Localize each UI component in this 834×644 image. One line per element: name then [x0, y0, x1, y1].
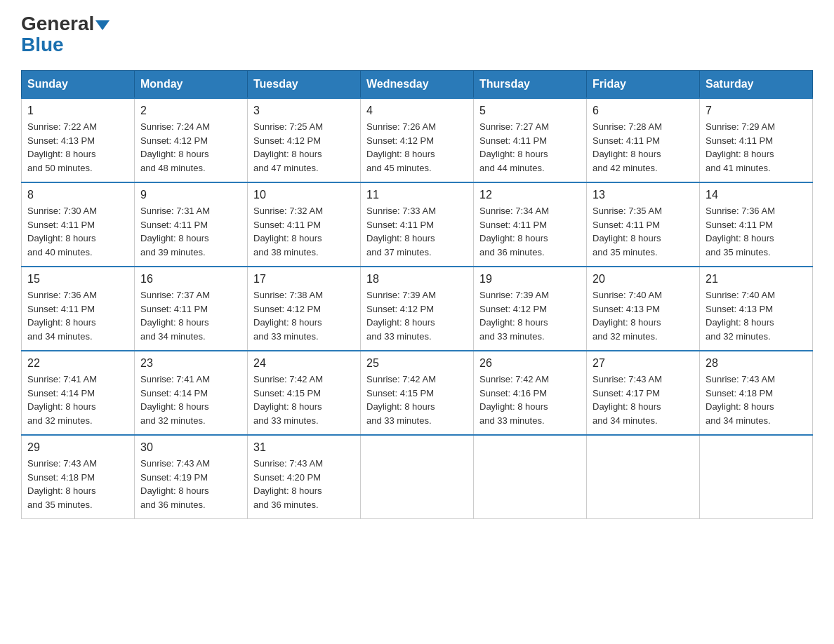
day-cell: 15Sunrise: 7:36 AMSunset: 4:11 PMDayligh… [22, 267, 135, 351]
day-number: 11 [366, 189, 468, 201]
day-cell: 1Sunrise: 7:22 AMSunset: 4:13 PMDaylight… [22, 98, 135, 182]
day-number: 27 [593, 357, 694, 370]
day-number: 31 [253, 441, 355, 454]
header-cell-wednesday: Wednesday [361, 71, 474, 99]
day-cell: 5Sunrise: 7:27 AMSunset: 4:11 PMDaylight… [474, 98, 587, 182]
calendar-body: 1Sunrise: 7:22 AMSunset: 4:13 PMDaylight… [22, 98, 813, 519]
day-info: Sunrise: 7:31 AMSunset: 4:11 PMDaylight:… [140, 204, 241, 259]
day-info: Sunrise: 7:35 AMSunset: 4:11 PMDaylight:… [593, 204, 694, 259]
day-number: 4 [366, 105, 468, 117]
day-cell [361, 435, 474, 519]
day-cell: 29Sunrise: 7:43 AMSunset: 4:18 PMDayligh… [22, 435, 135, 519]
day-cell: 12Sunrise: 7:34 AMSunset: 4:11 PMDayligh… [474, 182, 587, 267]
day-info: Sunrise: 7:43 AMSunset: 4:18 PMDaylight:… [27, 457, 128, 511]
day-cell: 13Sunrise: 7:35 AMSunset: 4:11 PMDayligh… [587, 182, 700, 267]
day-info: Sunrise: 7:41 AMSunset: 4:14 PMDaylight:… [27, 373, 128, 427]
week-row-1: 1Sunrise: 7:22 AMSunset: 4:13 PMDaylight… [22, 98, 813, 182]
header-cell-tuesday: Tuesday [248, 71, 361, 99]
day-info: Sunrise: 7:43 AMSunset: 4:19 PMDaylight:… [140, 457, 241, 511]
day-info: Sunrise: 7:39 AMSunset: 4:12 PMDaylight:… [366, 288, 468, 343]
day-number: 16 [140, 273, 241, 286]
day-number: 6 [593, 105, 694, 117]
day-info: Sunrise: 7:43 AMSunset: 4:20 PMDaylight:… [253, 457, 355, 511]
day-cell: 30Sunrise: 7:43 AMSunset: 4:19 PMDayligh… [135, 435, 248, 519]
day-info: Sunrise: 7:42 AMSunset: 4:15 PMDaylight:… [366, 373, 468, 427]
day-info: Sunrise: 7:43 AMSunset: 4:18 PMDaylight:… [706, 373, 807, 427]
logo-text-line1: General [21, 14, 110, 34]
day-info: Sunrise: 7:22 AMSunset: 4:13 PMDaylight:… [27, 120, 128, 175]
day-info: Sunrise: 7:33 AMSunset: 4:11 PMDaylight:… [366, 204, 468, 259]
day-info: Sunrise: 7:30 AMSunset: 4:11 PMDaylight:… [27, 204, 128, 259]
day-cell: 23Sunrise: 7:41 AMSunset: 4:14 PMDayligh… [135, 351, 248, 435]
day-cell: 28Sunrise: 7:43 AMSunset: 4:18 PMDayligh… [700, 351, 813, 435]
day-info: Sunrise: 7:34 AMSunset: 4:11 PMDaylight:… [479, 204, 581, 259]
day-number: 18 [366, 273, 468, 286]
day-cell: 7Sunrise: 7:29 AMSunset: 4:11 PMDaylight… [700, 98, 813, 182]
day-cell: 3Sunrise: 7:25 AMSunset: 4:12 PMDaylight… [248, 98, 361, 182]
day-info: Sunrise: 7:28 AMSunset: 4:11 PMDaylight:… [593, 120, 694, 175]
day-cell: 11Sunrise: 7:33 AMSunset: 4:11 PMDayligh… [361, 182, 474, 267]
week-row-3: 15Sunrise: 7:36 AMSunset: 4:11 PMDayligh… [22, 267, 813, 351]
day-cell: 24Sunrise: 7:42 AMSunset: 4:15 PMDayligh… [248, 351, 361, 435]
day-number: 8 [27, 189, 128, 201]
logo-text-line2: Blue [21, 34, 64, 56]
header-cell-saturday: Saturday [700, 71, 813, 99]
day-cell: 4Sunrise: 7:26 AMSunset: 4:12 PMDaylight… [361, 98, 474, 182]
week-row-5: 29Sunrise: 7:43 AMSunset: 4:18 PMDayligh… [22, 435, 813, 519]
day-number: 12 [479, 189, 581, 201]
day-number: 21 [706, 273, 807, 286]
header-cell-monday: Monday [135, 71, 248, 99]
day-number: 7 [706, 105, 807, 117]
day-info: Sunrise: 7:36 AMSunset: 4:11 PMDaylight:… [27, 288, 128, 343]
header-cell-sunday: Sunday [22, 71, 135, 99]
day-cell [474, 435, 587, 519]
logo-triangle-icon [95, 20, 110, 30]
day-number: 29 [27, 441, 128, 454]
day-number: 19 [479, 273, 581, 286]
day-number: 9 [140, 189, 241, 201]
day-info: Sunrise: 7:43 AMSunset: 4:17 PMDaylight:… [593, 373, 694, 427]
day-cell: 8Sunrise: 7:30 AMSunset: 4:11 PMDaylight… [22, 182, 135, 267]
day-cell: 26Sunrise: 7:42 AMSunset: 4:16 PMDayligh… [474, 351, 587, 435]
day-cell: 9Sunrise: 7:31 AMSunset: 4:11 PMDaylight… [135, 182, 248, 267]
day-info: Sunrise: 7:42 AMSunset: 4:16 PMDaylight:… [479, 373, 581, 427]
day-info: Sunrise: 7:26 AMSunset: 4:12 PMDaylight:… [366, 120, 468, 175]
day-cell: 6Sunrise: 7:28 AMSunset: 4:11 PMDaylight… [587, 98, 700, 182]
day-number: 1 [27, 105, 128, 117]
day-cell: 2Sunrise: 7:24 AMSunset: 4:12 PMDaylight… [135, 98, 248, 182]
day-cell: 10Sunrise: 7:32 AMSunset: 4:11 PMDayligh… [248, 182, 361, 267]
day-number: 17 [253, 273, 355, 286]
logo: General Blue [21, 14, 110, 56]
day-number: 23 [140, 357, 241, 370]
day-cell: 27Sunrise: 7:43 AMSunset: 4:17 PMDayligh… [587, 351, 700, 435]
day-cell: 19Sunrise: 7:39 AMSunset: 4:12 PMDayligh… [474, 267, 587, 351]
day-cell: 25Sunrise: 7:42 AMSunset: 4:15 PMDayligh… [361, 351, 474, 435]
day-number: 22 [27, 357, 128, 370]
logo-general: General [21, 13, 94, 34]
day-number: 30 [140, 441, 241, 454]
day-info: Sunrise: 7:40 AMSunset: 4:13 PMDaylight:… [706, 288, 807, 343]
day-number: 10 [253, 189, 355, 201]
day-number: 15 [27, 273, 128, 286]
day-cell: 20Sunrise: 7:40 AMSunset: 4:13 PMDayligh… [587, 267, 700, 351]
day-cell: 18Sunrise: 7:39 AMSunset: 4:12 PMDayligh… [361, 267, 474, 351]
day-info: Sunrise: 7:27 AMSunset: 4:11 PMDaylight:… [479, 120, 581, 175]
day-info: Sunrise: 7:37 AMSunset: 4:11 PMDaylight:… [140, 288, 241, 343]
day-number: 3 [253, 105, 355, 117]
day-info: Sunrise: 7:38 AMSunset: 4:12 PMDaylight:… [253, 288, 355, 343]
day-cell: 31Sunrise: 7:43 AMSunset: 4:20 PMDayligh… [248, 435, 361, 519]
week-row-4: 22Sunrise: 7:41 AMSunset: 4:14 PMDayligh… [22, 351, 813, 435]
day-info: Sunrise: 7:24 AMSunset: 4:12 PMDaylight:… [140, 120, 241, 175]
day-cell [700, 435, 813, 519]
day-number: 28 [706, 357, 807, 370]
calendar-table: SundayMondayTuesdayWednesdayThursdayFrid… [21, 70, 813, 519]
header-cell-thursday: Thursday [474, 71, 587, 99]
day-info: Sunrise: 7:32 AMSunset: 4:11 PMDaylight:… [253, 204, 355, 259]
day-number: 20 [593, 273, 694, 286]
day-info: Sunrise: 7:41 AMSunset: 4:14 PMDaylight:… [140, 373, 241, 427]
day-number: 14 [706, 189, 807, 201]
day-cell: 16Sunrise: 7:37 AMSunset: 4:11 PMDayligh… [135, 267, 248, 351]
week-row-2: 8Sunrise: 7:30 AMSunset: 4:11 PMDaylight… [22, 182, 813, 267]
day-info: Sunrise: 7:29 AMSunset: 4:11 PMDaylight:… [706, 120, 807, 175]
day-cell: 21Sunrise: 7:40 AMSunset: 4:13 PMDayligh… [700, 267, 813, 351]
